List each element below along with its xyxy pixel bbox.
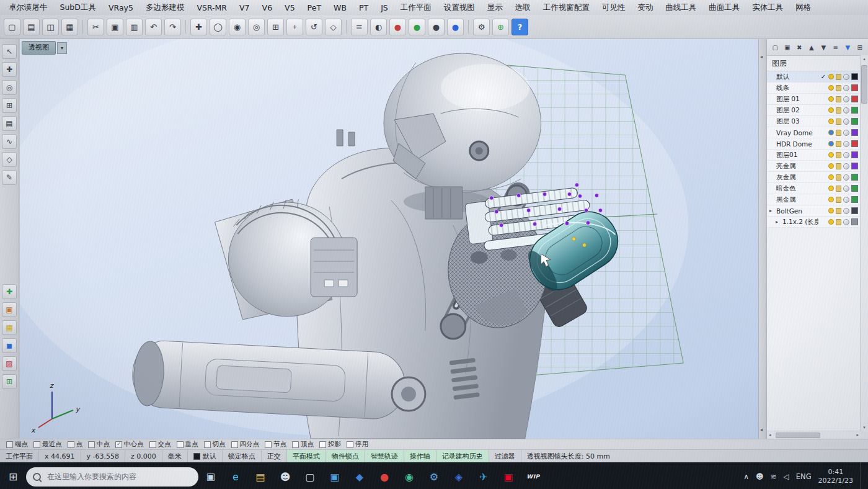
collapse-arrow-icon[interactable]: ◂ — [760, 427, 763, 433]
bulb-icon[interactable] — [828, 186, 834, 191]
osnap-tangent[interactable]: 切点 — [204, 440, 226, 449]
paste-icon[interactable]: ▥ — [126, 19, 143, 35]
viewport-tab-menu-icon[interactable]: ▾ — [57, 42, 67, 54]
material-icon[interactable] — [843, 197, 849, 203]
twirl-icon[interactable]: ▸ — [776, 219, 781, 225]
lock-icon[interactable] — [836, 186, 841, 192]
menu-item[interactable]: PeT — [301, 1, 327, 14]
checkbox[interactable] — [88, 441, 95, 448]
bulb-icon[interactable] — [828, 107, 834, 113]
toggle-planar[interactable]: 平面模式 — [287, 450, 326, 462]
material-icon[interactable] — [843, 186, 849, 192]
menu-item[interactable]: 网格 — [789, 1, 817, 15]
material-icon[interactable] — [843, 74, 849, 80]
menu-item[interactable]: JS — [374, 1, 394, 14]
color-swatch[interactable] — [851, 151, 858, 158]
volume-icon[interactable]: ◁ — [784, 472, 789, 481]
lock-icon[interactable] — [836, 208, 841, 214]
input-language[interactable]: ENG — [796, 472, 812, 481]
checkbox-checked[interactable] — [115, 441, 122, 448]
color-swatch[interactable] — [851, 129, 858, 136]
new-layer-icon[interactable]: ▢ — [770, 42, 781, 53]
color-swatch[interactable] — [851, 118, 858, 125]
zoom-icon[interactable]: ◯ — [210, 19, 226, 35]
menu-item[interactable]: V7 — [233, 1, 256, 14]
checkbox[interactable] — [33, 441, 40, 448]
telegram-icon[interactable]: ✈ — [471, 462, 496, 489]
undo-icon[interactable]: ↶ — [145, 19, 162, 35]
move-down-icon[interactable]: ▼ — [818, 42, 829, 53]
layers-panel-vertical-scrollbar[interactable]: ▴ ▾ — [860, 55, 868, 431]
bulb-icon[interactable] — [828, 197, 834, 202]
color-swatch[interactable] — [851, 185, 858, 192]
photos-icon[interactable]: ▣ — [322, 462, 347, 489]
menu-item[interactable]: 工作视窗配置 — [537, 1, 596, 15]
files-icon[interactable]: ◆ — [347, 462, 372, 489]
pointer-icon[interactable]: ↖ — [2, 44, 17, 59]
shaded-view-icon[interactable]: ◐ — [370, 19, 387, 35]
wip-logo-icon[interactable]: WIP — [521, 462, 546, 489]
checkbox[interactable] — [149, 441, 156, 448]
bulb-icon[interactable] — [828, 141, 834, 146]
blue-box-icon[interactable]: ◼ — [2, 338, 17, 353]
layer-row[interactable]: ▸BoltGen — [767, 205, 861, 217]
layers-icon[interactable]: ≡ — [351, 19, 368, 35]
layer-row[interactable]: Vray Dome — [767, 127, 861, 138]
lock-icon[interactable] — [836, 74, 841, 80]
yellow-box-icon[interactable]: ▦ — [2, 320, 17, 335]
layer-row[interactable]: 灰金属 — [767, 172, 861, 183]
osnap-perpendicular[interactable]: 垂点 — [177, 440, 198, 449]
viewport-3d-scene[interactable]: z y x — [20, 39, 758, 439]
layer-row[interactable]: 图层 02 — [767, 105, 861, 116]
osnap-intersection[interactable]: 交点 — [149, 440, 171, 449]
menu-item[interactable]: SubD工具 — [54, 1, 102, 15]
pan-hand-icon[interactable]: ✚ — [2, 62, 17, 77]
people-icon[interactable]: ☻ — [756, 472, 764, 481]
notification-sliver[interactable] — [860, 462, 867, 489]
checkbox[interactable] — [265, 441, 272, 448]
toggle-gumball[interactable]: 操作轴 — [404, 450, 436, 462]
layer-row[interactable]: 图层 01 — [767, 94, 861, 105]
scroll-left-icon[interactable]: ◂ — [769, 433, 771, 437]
edge-icon[interactable]: e — [223, 462, 248, 489]
search-input[interactable] — [46, 472, 192, 482]
layers-panel-horizontal-scrollbar[interactable]: ◂ ▸ — [767, 431, 861, 439]
material-icon[interactable] — [843, 152, 849, 158]
layer-row[interactable]: HDR Dome — [767, 138, 861, 150]
bulb-icon[interactable] — [828, 163, 834, 169]
toggle-osnap[interactable]: 物件锁点 — [326, 450, 365, 462]
layer-row[interactable]: 暗金色 — [767, 183, 861, 194]
layer-tools-icon[interactable]: ≡ — [831, 42, 841, 53]
scroll-down-icon[interactable]: ▾ — [863, 425, 866, 430]
lock-icon[interactable] — [836, 152, 841, 158]
zoom-window-icon[interactable]: ◉ — [229, 19, 246, 35]
material-red-icon[interactable]: ● — [389, 19, 406, 35]
menu-item[interactable]: VSR-MR — [190, 1, 233, 14]
checkbox[interactable] — [177, 441, 184, 448]
menu-item[interactable]: 可见性 — [596, 1, 632, 15]
lock-icon[interactable] — [836, 130, 841, 136]
material-icon[interactable] — [843, 174, 849, 181]
task-view-icon[interactable]: ▣ — [198, 462, 223, 489]
layer-row[interactable]: 图层 03 — [767, 116, 861, 127]
print-icon[interactable]: ▦ — [61, 19, 78, 35]
move-icon[interactable]: ＋ — [286, 19, 303, 35]
material-green-icon[interactable]: ● — [409, 19, 425, 35]
material-blue-icon[interactable]: ● — [447, 19, 464, 35]
bulb-icon[interactable] — [828, 130, 834, 135]
color-swatch[interactable] — [851, 96, 858, 102]
lock-icon[interactable] — [836, 119, 841, 125]
color-swatch[interactable] — [851, 218, 858, 225]
checkbox[interactable] — [68, 441, 74, 448]
menu-item[interactable]: 实体工具 — [746, 1, 789, 15]
redo-icon[interactable]: ↷ — [164, 19, 181, 35]
material-icon[interactable] — [843, 163, 849, 169]
menu-item[interactable]: VRay5 — [102, 1, 140, 14]
viewport-tab[interactable]: 透视图 — [22, 41, 56, 55]
color-swatch[interactable] — [851, 140, 858, 147]
bulb-icon[interactable] — [828, 85, 834, 91]
save-icon[interactable]: ◫ — [42, 19, 59, 35]
color-swatch[interactable] — [851, 84, 858, 91]
taskbar-search[interactable] — [26, 467, 198, 487]
bulb-icon[interactable] — [828, 119, 834, 124]
